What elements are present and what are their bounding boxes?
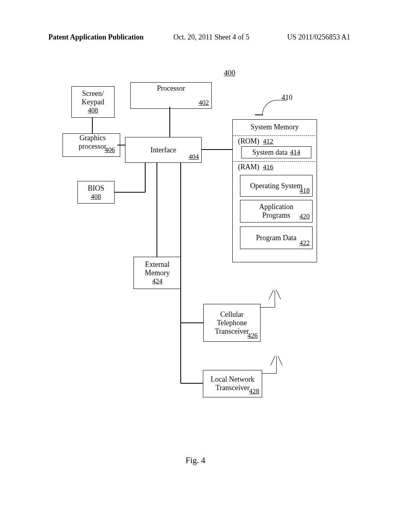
- callout-410-leader-end: [255, 114, 263, 115]
- figure-ref-400: 400: [224, 69, 236, 77]
- antenna-cellular-riser: [275, 303, 275, 308]
- conn-interface-to-extmem: [156, 162, 157, 257]
- label-bios: BIOS: [88, 184, 104, 193]
- ref-operating-system: 418: [300, 187, 310, 195]
- box-operating-system: Operating System 418: [240, 175, 313, 197]
- box-screen-keypad: Screen/ Keypad 408: [71, 86, 115, 118]
- ref-cellular-transceiver: 426: [248, 332, 258, 340]
- callout-410-leader: [262, 100, 287, 115]
- antenna-localnet-lead: [262, 373, 276, 374]
- box-cellular-transceiver: Cellular Telephone Transceiver 426: [203, 304, 261, 342]
- label-ram: (RAM) 416: [238, 163, 273, 171]
- page: Patent Application Publication Oct. 20, …: [0, 0, 413, 532]
- box-system-data: System data 414: [241, 146, 311, 158]
- label-local-network-transceiver: Local Network Transceiver: [211, 375, 254, 392]
- label-rom: (ROM) 412: [238, 137, 273, 145]
- ref-program-data: 422: [300, 239, 310, 247]
- box-application-programs: Application Programs 420: [240, 200, 313, 222]
- divider-ram: [233, 161, 315, 162]
- label-processor: Processor: [157, 84, 185, 93]
- antenna-cellular-lead: [260, 307, 275, 308]
- conn-graphics-to-interface: [117, 145, 125, 145]
- conn-processor-to-interface: [169, 107, 170, 137]
- ref-ram: 416: [263, 163, 273, 171]
- header-left: Patent Application Publication: [48, 33, 144, 42]
- ref-rom: 412: [263, 137, 273, 145]
- ref-interface: 404: [189, 153, 199, 161]
- ref-external-memory: 424: [152, 277, 163, 285]
- box-bios: BIOS 408: [77, 181, 115, 204]
- box-interface: Interface 404: [125, 137, 202, 163]
- box-processor: Processor 402: [130, 82, 212, 109]
- ref-local-network-transceiver: 428: [249, 387, 260, 395]
- ref-graphics-processor: 406: [105, 146, 115, 154]
- conn-bus-to-localnet: [181, 383, 203, 384]
- label-system-memory: System Memory: [250, 123, 299, 131]
- antenna-localnet-riser: [276, 369, 277, 374]
- conn-bios-h: [114, 192, 145, 193]
- text-rom: (ROM): [238, 137, 259, 145]
- label-screen-keypad: Screen/ Keypad: [82, 89, 104, 106]
- label-interface: Interface: [150, 146, 176, 154]
- label-program-data: Program Data: [256, 234, 296, 242]
- box-graphics-processor: Graphics processor 406: [63, 133, 120, 157]
- ref-screen-keypad: 408: [88, 106, 98, 114]
- conn-bus-to-cellular: [181, 322, 203, 323]
- ref-bios: 408: [91, 193, 101, 201]
- box-external-memory: External Memory 424: [133, 257, 181, 289]
- header-right: US 2011/0256853 A1: [287, 33, 350, 42]
- ref-processor: 402: [199, 99, 209, 107]
- text-ram: (RAM): [238, 163, 259, 171]
- label-external-memory: External Memory: [145, 260, 170, 277]
- conn-screen-to-graphics: [92, 117, 93, 133]
- label-operating-system: Operating System: [250, 182, 302, 190]
- ref-system-data: 414: [290, 148, 300, 156]
- figure-caption: Fig. 4: [186, 455, 205, 466]
- conn-interface-bus-vertical: [180, 162, 181, 383]
- box-local-network-transceiver: Local Network Transceiver 428: [203, 370, 262, 397]
- conn-interface-to-sysmem: [201, 149, 232, 150]
- conn-bios-v: [145, 162, 146, 192]
- label-cellular-transceiver: Cellular Telephone Transceiver: [215, 310, 249, 336]
- label-system-data: System data: [252, 148, 288, 157]
- ref-application-programs: 420: [300, 212, 310, 220]
- label-application-programs: Application Programs: [259, 203, 294, 220]
- header-center: Oct. 20, 2011 Sheet 4 of 5: [173, 33, 249, 42]
- divider-rom: [233, 135, 315, 136]
- box-program-data: Program Data 422: [240, 227, 313, 249]
